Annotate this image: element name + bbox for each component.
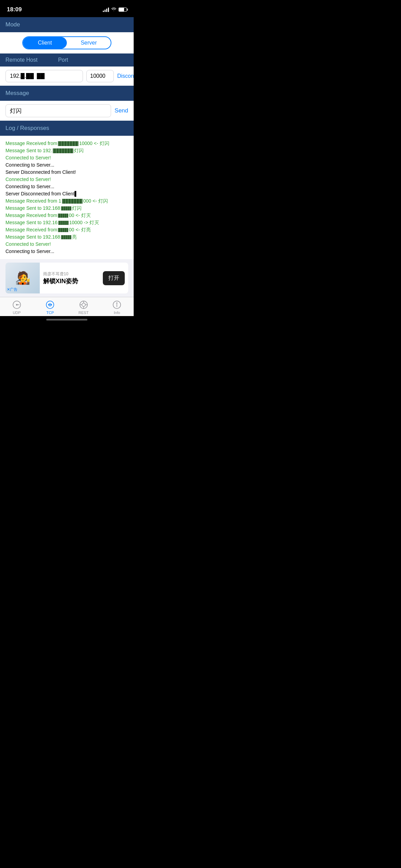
- status-bar: 18:09: [0, 0, 134, 17]
- log-line: Server Disconnected from Client▌: [5, 190, 128, 197]
- send-button[interactable]: Send: [114, 107, 128, 114]
- info-icon: [112, 300, 122, 310]
- ad-x-label[interactable]: ✕广告: [7, 287, 17, 292]
- home-indicator: [0, 316, 134, 323]
- log-header-label: Log / Responses: [5, 125, 49, 131]
- log-line: Connected to Server!: [5, 154, 128, 161]
- port-input[interactable]: [86, 70, 114, 82]
- log-line: Message Received from00 <- 灯亮: [5, 226, 128, 233]
- log-line: Connected to Server!: [5, 241, 128, 248]
- ad-sub-title: 雨彦不耳聋10: [43, 271, 99, 277]
- message-input[interactable]: [5, 104, 111, 117]
- svg-point-11: [117, 303, 117, 303]
- main-content: Mode Client Server Remote Host Port Disc…: [0, 17, 134, 316]
- segment-control-container: Client Server: [0, 32, 134, 53]
- wifi-icon: [111, 7, 117, 13]
- remote-host-label: Remote Host: [5, 57, 37, 63]
- log-line: Message Sent to 192.灯闪: [5, 147, 128, 154]
- ad-figure-icon: 🧑‍🎤: [15, 271, 31, 285]
- log-line: Server Disconnected from Client!: [5, 169, 128, 176]
- log-line: Message Received from00 <- 灯灭: [5, 212, 128, 219]
- client-tab[interactable]: Client: [23, 37, 67, 49]
- status-time: 18:09: [7, 6, 22, 13]
- log-container: Message Received from10000 <- 灯闪 Message…: [0, 136, 134, 259]
- host-input[interactable]: [5, 70, 83, 82]
- home-bar: [46, 319, 87, 321]
- ad-container[interactable]: 🧑‍🎤 ✕广告 雨彦不耳聋10 解锁XIN姿势 打开: [5, 263, 128, 293]
- battery-icon: [119, 8, 127, 12]
- message-header-label: Message: [5, 90, 29, 96]
- rest-icon: [79, 300, 88, 310]
- nav-item-info[interactable]: Info: [100, 300, 134, 315]
- log-section-header: Log / Responses: [0, 121, 134, 136]
- signal-icon: [103, 7, 109, 12]
- host-port-row: Disconnect: [0, 67, 134, 86]
- log-line: Message Sent to 192.168亮: [5, 233, 128, 241]
- ad-image: 🧑‍🎤 ✕广告: [5, 263, 40, 293]
- log-line: Message Received from 1000 <- 灯闪: [5, 197, 128, 205]
- svg-point-4: [82, 303, 85, 306]
- nav-label-rest: REST: [78, 311, 88, 315]
- nav-item-rest[interactable]: REST: [67, 300, 100, 315]
- message-section-header: Message: [0, 86, 134, 101]
- log-line: Connecting to Server...: [5, 248, 128, 255]
- ad-title: 解锁XIN姿势: [43, 277, 99, 285]
- status-icons: [103, 7, 127, 13]
- tcp-icon: [45, 300, 55, 310]
- mode-segment-control: Client Server: [22, 36, 111, 49]
- log-line: Message Received from10000 <- 灯闪: [5, 140, 128, 147]
- mode-header-label: Mode: [5, 21, 20, 28]
- ad-open-button[interactable]: 打开: [103, 271, 125, 285]
- message-row: Send: [0, 101, 134, 121]
- disconnect-button[interactable]: Disconnect: [117, 73, 134, 79]
- log-line: Message Sent to 192.1610000 -> 灯灭: [5, 219, 128, 226]
- remote-host-header: Remote Host Port: [0, 53, 134, 67]
- mode-section-header: Mode: [0, 17, 134, 32]
- ad-text: 雨彦不耳聋10 解锁XIN姿势: [40, 268, 103, 288]
- log-line: Message Sent to 192.168灯闪: [5, 205, 128, 212]
- nav-item-tcp[interactable]: TCP: [34, 300, 67, 315]
- log-line: Connecting to Server...: [5, 161, 128, 169]
- server-tab[interactable]: Server: [67, 37, 111, 49]
- nav-label-udp: UDP: [13, 311, 21, 315]
- svg-point-1: [16, 304, 17, 305]
- nav-label-info: Info: [114, 311, 120, 315]
- nav-item-udp[interactable]: UDP: [0, 300, 34, 315]
- udp-icon: [12, 300, 22, 310]
- nav-label-tcp: TCP: [46, 311, 54, 315]
- bottom-nav: UDP TCP: [0, 297, 134, 316]
- log-line: Connecting to Server...: [5, 183, 128, 190]
- log-line: Connected to Server!: [5, 176, 128, 183]
- port-label: Port: [58, 57, 68, 63]
